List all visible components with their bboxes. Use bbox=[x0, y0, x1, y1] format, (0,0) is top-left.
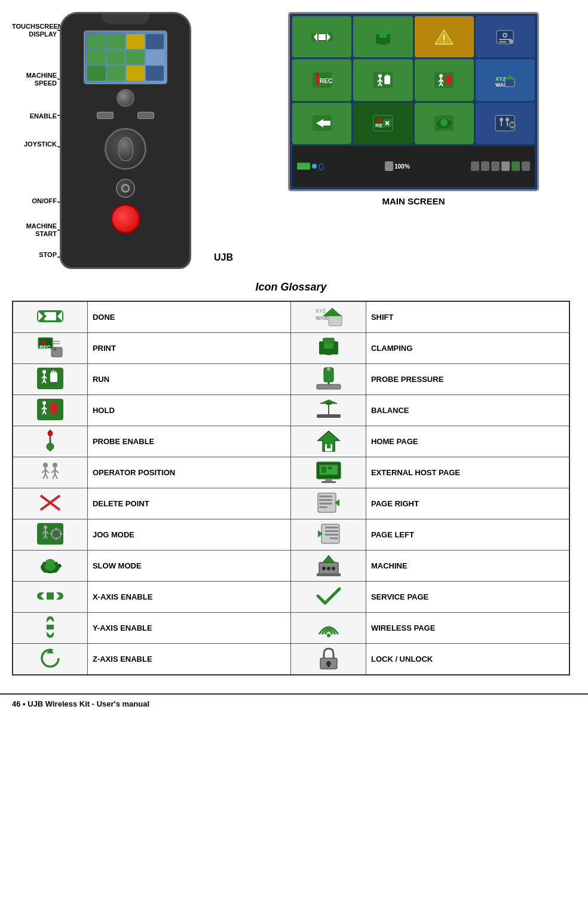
icon-clamping bbox=[291, 333, 366, 364]
main-screen-section: REC bbox=[257, 12, 570, 269]
svg-rect-129 bbox=[317, 414, 341, 418]
label-shift: SHIFT bbox=[366, 301, 569, 333]
icon-slow-mode bbox=[13, 551, 87, 582]
svg-rect-88 bbox=[329, 315, 342, 326]
svg-rect-22 bbox=[499, 41, 506, 42]
table-row: Z-AXIS ENABLE LOCK / UNLOCK bbox=[13, 644, 569, 675]
icon-y-axis-enable bbox=[13, 613, 87, 644]
icon-wireless-page bbox=[291, 613, 366, 644]
svg-rect-10 bbox=[318, 34, 326, 40]
svg-text:REC: REC bbox=[320, 78, 332, 84]
label-wireless-page: WIRELESS PAGE bbox=[366, 613, 569, 644]
ms-cell-settings bbox=[476, 16, 535, 57]
icon-service-page bbox=[291, 582, 366, 613]
svg-rect-36 bbox=[385, 75, 387, 77]
table-row: JOG MODE PAGE LEFT bbox=[13, 519, 569, 551]
label-x-axis-enable: X-AXIS ENABLE bbox=[87, 582, 291, 613]
svg-point-71 bbox=[449, 121, 451, 123]
svg-marker-206 bbox=[44, 629, 56, 635]
svg-rect-128 bbox=[55, 402, 56, 405]
ms-cell-done bbox=[292, 16, 351, 57]
svg-rect-132 bbox=[326, 402, 331, 405]
device-top bbox=[102, 14, 149, 25]
icon-jog-mode bbox=[13, 519, 87, 551]
ms-cell-run2 bbox=[353, 59, 412, 100]
svg-rect-162 bbox=[319, 499, 332, 501]
table-row: DONE XYZ WAB SHIFT bbox=[13, 301, 569, 333]
label-joystick: JOYSTICK bbox=[12, 140, 57, 148]
svg-rect-157 bbox=[327, 467, 332, 469]
svg-line-143 bbox=[43, 474, 45, 479]
svg-rect-101 bbox=[324, 344, 333, 348]
icon-external-host-page bbox=[291, 457, 366, 488]
table-row: SLOW MODE MACHINE bbox=[13, 551, 569, 582]
table-row: PROBE ENABLE HOME PAGE bbox=[13, 426, 569, 457]
table-row: OPERATOR POSITION EXTERNAL HOST PAGE bbox=[13, 457, 569, 488]
label-machine: MACHINE bbox=[366, 551, 569, 582]
svg-rect-49 bbox=[450, 75, 451, 78]
label-enable: ENABLE bbox=[12, 112, 57, 120]
svg-marker-205 bbox=[44, 619, 56, 625]
svg-rect-56 bbox=[323, 121, 330, 126]
label-page-left: PAGE LEFT bbox=[366, 519, 569, 551]
speed-knob bbox=[117, 89, 134, 107]
svg-rect-177 bbox=[50, 533, 53, 534]
svg-point-68 bbox=[439, 126, 441, 129]
svg-point-145 bbox=[53, 463, 57, 467]
main-screen-display: REC bbox=[288, 12, 539, 191]
svg-point-20 bbox=[504, 34, 506, 36]
glossary-title: Icon Glossary bbox=[12, 281, 570, 294]
enable-buttons bbox=[97, 112, 154, 119]
label-on-off: ON/OFF bbox=[12, 197, 57, 205]
svg-point-193 bbox=[59, 564, 60, 566]
svg-rect-212 bbox=[327, 664, 330, 667]
svg-rect-38 bbox=[389, 75, 390, 78]
label-slow-mode: SLOW MODE bbox=[87, 551, 291, 582]
svg-rect-181 bbox=[325, 527, 338, 528]
svg-marker-202 bbox=[54, 590, 60, 602]
label-z-axis-enable: Z-AXIS ENABLE bbox=[87, 644, 291, 675]
icon-delete-point bbox=[13, 488, 87, 519]
ms-cell-hold bbox=[415, 59, 474, 100]
label-print: PRINT bbox=[87, 333, 291, 364]
glossary-table: DONE XYZ WAB SHIFT REC bbox=[12, 301, 570, 675]
svg-rect-156 bbox=[321, 467, 326, 473]
table-row: RUN PROBE PRESSURE bbox=[13, 364, 569, 395]
label-y-axis-enable: Y-AXIS ENABLE bbox=[87, 613, 291, 644]
label-operator-position: OPERATOR POSITION bbox=[87, 457, 291, 488]
svg-rect-175 bbox=[56, 528, 57, 530]
ms-cell-turtle bbox=[415, 103, 474, 144]
svg-point-103 bbox=[42, 370, 46, 374]
icon-balance bbox=[291, 395, 366, 426]
svg-point-135 bbox=[47, 443, 54, 450]
svg-rect-47 bbox=[446, 75, 448, 77]
icon-probe-pressure bbox=[291, 364, 366, 395]
svg-point-23 bbox=[509, 39, 513, 43]
icon-lock-unlock bbox=[291, 644, 366, 675]
icon-page-right bbox=[291, 488, 366, 519]
device-body bbox=[60, 12, 191, 269]
svg-rect-79 bbox=[512, 121, 513, 123]
stop-button bbox=[111, 204, 140, 234]
ms-cell-settings2 bbox=[476, 103, 535, 144]
svg-point-192 bbox=[56, 564, 62, 568]
svg-rect-161 bbox=[319, 496, 332, 497]
svg-point-139 bbox=[43, 463, 48, 467]
svg-text:XYZ: XYZ bbox=[316, 308, 326, 314]
svg-rect-80 bbox=[512, 127, 513, 129]
svg-rect-176 bbox=[56, 537, 57, 540]
footer-text: 46 • UJB Wireless Kit - User's manual bbox=[12, 699, 149, 708]
ms-cell-back bbox=[292, 103, 351, 144]
svg-rect-184 bbox=[330, 537, 338, 539]
svg-point-58 bbox=[378, 118, 381, 122]
label-run: RUN bbox=[87, 364, 291, 395]
svg-rect-109 bbox=[50, 372, 57, 382]
status-bar: ⬯ 100% bbox=[292, 146, 535, 187]
svg-point-78 bbox=[511, 124, 513, 126]
label-balance: BALANCE bbox=[366, 395, 569, 426]
svg-rect-21 bbox=[499, 39, 511, 40]
svg-rect-164 bbox=[319, 506, 327, 508]
label-stop: STOP bbox=[12, 251, 57, 259]
label-probe-enable: PROBE ENABLE bbox=[87, 426, 291, 457]
icon-hold bbox=[13, 395, 87, 426]
